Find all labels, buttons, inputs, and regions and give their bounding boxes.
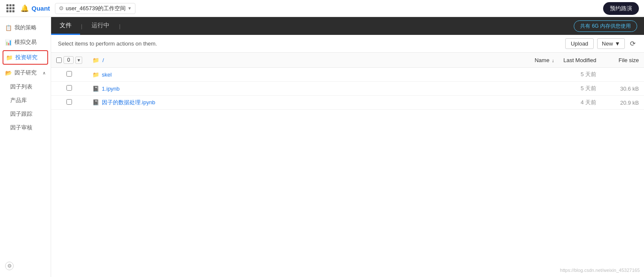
sidebar-label-investment: 投资研究 xyxy=(15,54,37,61)
sidebar-label-factor-list: 因子列表 xyxy=(10,83,32,91)
row-modified-cell: 5 天前 xyxy=(525,82,601,96)
tab-running[interactable]: 运行中 xyxy=(83,17,118,35)
col-size-label: File size xyxy=(618,57,639,63)
sidebar-item-factor-review[interactable]: 因子审核 xyxy=(0,121,51,134)
table-row: 📓1.ipynb 5 天前 30.6 kB xyxy=(51,82,644,96)
tab-divider-2: | xyxy=(119,17,120,35)
select-dropdown[interactable]: ▼ xyxy=(75,57,82,64)
strategy-icon: 📋 xyxy=(5,25,12,31)
sidebar-item-product-library[interactable]: 产品库 xyxy=(0,94,51,107)
row-checkbox-cell xyxy=(51,96,87,110)
row-checkbox-cell xyxy=(51,68,87,82)
row-checkbox-cell xyxy=(51,82,87,96)
factor-expand-icon: ∧ xyxy=(43,71,46,75)
sidebar-label-factor-review: 因子审核 xyxy=(10,124,32,131)
file-manager: Select items to perform actions on them.… xyxy=(51,35,644,277)
app-logo: 🔔 Quant xyxy=(20,4,50,12)
col-header-modified[interactable]: Name ↓ Last Modified xyxy=(525,53,601,68)
sidebar-item-investment-research[interactable]: 📁 投资研究 xyxy=(3,50,48,65)
col-name-sort-label: Name xyxy=(535,57,549,63)
tab-divider: | xyxy=(81,17,82,35)
upload-button[interactable]: Upload xyxy=(565,38,594,49)
tab-files[interactable]: 文件 xyxy=(51,17,80,35)
sidebar-item-mock-trade[interactable]: 📊 模拟交易 xyxy=(0,35,51,49)
table-row: 📓因子的数据处理.ipynb 4 天前 20.9 kB xyxy=(51,96,644,110)
sidebar-label-factor: 因子研究 xyxy=(14,69,37,77)
new-button[interactable]: New ▼ xyxy=(597,38,625,49)
sidebar-bottom: ⚙ xyxy=(0,258,51,274)
mock-trade-icon: 📊 xyxy=(5,39,12,46)
folder-icon-header: 📁 xyxy=(92,57,99,63)
bell-icon: 🔔 xyxy=(20,4,29,12)
new-btn-label: New xyxy=(602,40,613,47)
row-size-cell xyxy=(601,68,644,82)
tab-running-label: 运行中 xyxy=(92,22,109,29)
file-table: 0 ▼ 📁 / Name ↓ Last Modifie xyxy=(51,53,644,110)
row-size-cell: 20.9 kB xyxy=(601,96,644,110)
row-checkbox-0[interactable] xyxy=(66,71,72,77)
investment-icon: 📁 xyxy=(6,54,13,61)
col-header-check: 0 ▼ xyxy=(51,53,87,68)
sidebar-label-my-strategy: 我的策略 xyxy=(14,24,37,31)
top-nav-right: 预约路演 xyxy=(603,2,639,15)
notebook-icon: 📓 xyxy=(92,86,99,92)
memory-text: 共有 6G 内存供您使用 xyxy=(580,23,631,29)
toolbar-message: Select items to perform actions on them. xyxy=(58,40,562,47)
tabs-bar: 文件 | 运行中 | 共有 6G 内存供您使用 xyxy=(51,17,644,35)
row-size-cell: 30.6 kB xyxy=(601,82,644,96)
refresh-button[interactable]: ⟳ xyxy=(628,39,637,49)
breadcrumb-path[interactable]: / xyxy=(103,57,104,63)
row-name-cell: 📁skel xyxy=(87,68,525,82)
top-navigation: 🔔 Quant ⚙ user_465739的工作空间 ▼ 预约路演 xyxy=(0,0,644,17)
select-all-checkbox[interactable] xyxy=(56,57,62,63)
sidebar: 📋 我的策略 📊 模拟交易 📁 投资研究 📂 因子研究 ∧ 因子列表 产品库 因… xyxy=(0,17,51,277)
workspace-settings-icon: ⚙ xyxy=(59,5,64,11)
watermark: https://blog.csdn.net/weixin_45327165 xyxy=(560,268,640,273)
col-header-size: File size xyxy=(601,53,644,68)
tab-files-label: 文件 xyxy=(60,22,72,29)
sort-arrow-icon: ↓ xyxy=(552,58,555,63)
sidebar-label-product-library: 产品库 xyxy=(10,97,27,104)
sidebar-label-factor-tracking: 因子跟踪 xyxy=(10,110,32,118)
grid-menu-icon[interactable] xyxy=(5,3,15,14)
file-link-2[interactable]: 因子的数据处理.ipynb xyxy=(102,99,155,106)
demo-button[interactable]: 预约路演 xyxy=(603,2,639,15)
table-row: 📁skel 5 天前 xyxy=(51,68,644,82)
workspace-name: user_465739的工作空间 xyxy=(66,5,126,12)
memory-info: 共有 6G 内存供您使用 xyxy=(574,17,637,35)
sidebar-item-my-strategy[interactable]: 📋 我的策略 xyxy=(0,20,51,35)
row-name-cell: 📓因子的数据处理.ipynb xyxy=(87,96,525,110)
file-toolbar: Select items to perform actions on them.… xyxy=(51,35,644,53)
file-link-1[interactable]: 1.ipynb xyxy=(102,86,120,92)
folder-icon: 📁 xyxy=(92,71,99,78)
main-layout: 📋 我的策略 📊 模拟交易 📁 投资研究 📂 因子研究 ∧ 因子列表 产品库 因… xyxy=(0,17,644,277)
file-link-0[interactable]: skel xyxy=(102,71,112,78)
content-area: 文件 | 运行中 | 共有 6G 内存供您使用 Select items to … xyxy=(51,17,644,277)
factor-research-icon: 📂 xyxy=(5,70,12,76)
select-count: 0 xyxy=(63,56,74,64)
row-modified-cell: 5 天前 xyxy=(525,68,601,82)
sidebar-item-factor-list[interactable]: 因子列表 xyxy=(0,80,51,94)
sidebar-label-mock-trade: 模拟交易 xyxy=(14,38,37,46)
col-modified-label: Last Modified xyxy=(564,57,596,63)
col-header-name: 📁 / xyxy=(87,53,525,68)
row-checkbox-1[interactable] xyxy=(66,85,72,91)
memory-button[interactable]: 共有 6G 内存供您使用 xyxy=(574,20,637,32)
logo-text: Quant xyxy=(32,5,50,12)
workspace-selector[interactable]: ⚙ user_465739的工作空间 ▼ xyxy=(55,3,135,14)
sidebar-item-factor-tracking[interactable]: 因子跟踪 xyxy=(0,107,51,121)
workspace-caret-icon: ▼ xyxy=(127,6,132,11)
row-modified-cell: 4 天前 xyxy=(525,96,601,110)
settings-button[interactable]: ⚙ xyxy=(5,262,14,270)
row-name-cell: 📓1.ipynb xyxy=(87,82,525,96)
sidebar-item-factor-research[interactable]: 📂 因子研究 ∧ xyxy=(0,66,51,80)
new-btn-arrow: ▼ xyxy=(615,40,620,47)
row-checkbox-2[interactable] xyxy=(66,99,72,105)
notebook-icon: 📓 xyxy=(92,99,99,106)
